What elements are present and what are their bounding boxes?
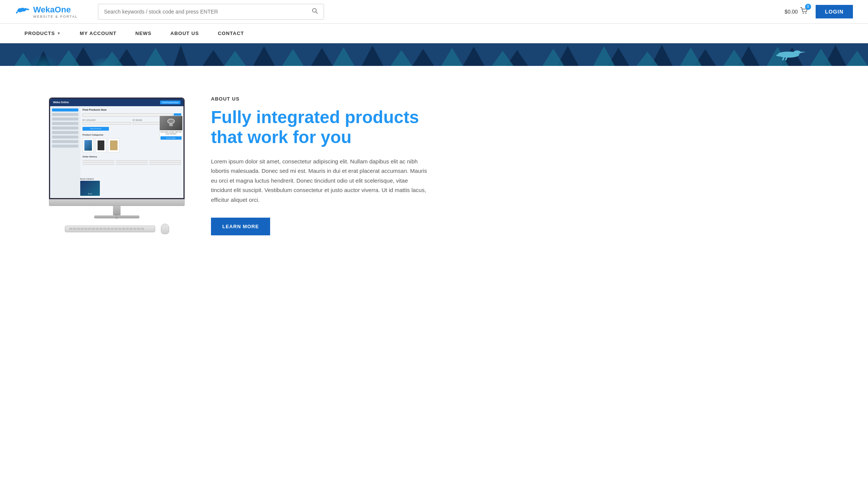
nav-item-contact[interactable]: CONTACT — [208, 24, 254, 43]
svg-marker-7 — [36, 51, 50, 66]
chevron-down-icon: ▼ — [57, 31, 61, 35]
svg-marker-26 — [58, 50, 80, 66]
svg-point-3 — [802, 12, 804, 14]
screen-sidebar-item — [52, 113, 78, 116]
monitor-screen: Weka Online Find Products Now — [49, 98, 185, 199]
svg-marker-12 — [253, 46, 275, 66]
monitor-mockup: Weka Online Find Products Now — [45, 98, 188, 234]
apple-logo-icon:  — [116, 213, 118, 221]
svg-marker-14 — [362, 46, 384, 66]
svg-line-47 — [782, 57, 784, 60]
svg-marker-20 — [651, 45, 673, 66]
svg-marker-18 — [557, 46, 579, 66]
svg-marker-21 — [694, 49, 716, 66]
search-input[interactable] — [98, 5, 306, 18]
cart-price: $0.00 — [785, 9, 798, 15]
svg-marker-29 — [224, 51, 246, 66]
learn-more-button[interactable]: LEARN MORE — [211, 218, 270, 235]
screen-sidebar — [50, 106, 80, 198]
keyboard — [65, 226, 155, 232]
logo-area[interactable]: WekaOne WEBSITE & PORTAL — [15, 4, 90, 20]
header-right: $0.00 0 LOGIN — [785, 5, 853, 18]
svg-marker-13 — [311, 48, 333, 66]
svg-point-4 — [805, 12, 806, 14]
nav-item-myaccount[interactable]: MY ACCOUNT — [70, 24, 126, 43]
svg-marker-16 — [463, 47, 485, 66]
svg-marker-24 — [825, 45, 847, 66]
svg-point-50 — [168, 119, 174, 123]
screen-sidebar-item — [52, 108, 78, 111]
svg-marker-10 — [174, 45, 188, 66]
svg-marker-34 — [492, 51, 514, 66]
svg-marker-27 — [101, 52, 123, 66]
svg-marker-40 — [767, 47, 789, 66]
screen-sidebar-item — [52, 117, 78, 120]
svg-marker-35 — [542, 49, 564, 66]
main-heading: Fully integrated products that work for … — [211, 107, 429, 147]
svg-marker-17 — [506, 50, 528, 66]
monitor-chin — [49, 199, 185, 206]
logo-bird-icon — [15, 4, 30, 20]
logo-brand: WekaOne — [33, 5, 78, 15]
svg-marker-15 — [412, 49, 434, 66]
content-section: ABOUT US Fully integrated products that … — [211, 96, 429, 235]
nav-item-aboutus[interactable]: ABOUT US — [161, 24, 208, 43]
svg-marker-31 — [333, 47, 355, 66]
svg-marker-45 — [800, 52, 806, 53]
svg-point-44 — [793, 50, 801, 54]
search-button[interactable] — [306, 4, 324, 19]
svg-marker-19 — [608, 48, 630, 66]
svg-line-48 — [785, 57, 787, 60]
svg-marker-41 — [810, 49, 832, 66]
svg-line-2 — [316, 12, 318, 14]
mouse — [161, 224, 169, 234]
svg-marker-8 — [72, 47, 94, 66]
svg-marker-42 — [846, 51, 868, 66]
svg-rect-5 — [0, 43, 868, 66]
svg-marker-32 — [391, 50, 413, 66]
login-button[interactable]: LOGIN — [816, 5, 853, 18]
svg-marker-25 — [14, 53, 32, 66]
screen-sidebar-item — [52, 127, 78, 130]
nav-item-news[interactable]: NEWS — [126, 24, 161, 43]
cart-badge: 0 — [805, 4, 811, 10]
body-text: Lorem ipsum dolor sit amet, consectetur … — [211, 157, 429, 205]
logo-tagline: WEBSITE & PORTAL — [33, 15, 78, 18]
screen-sidebar-item — [52, 145, 78, 148]
main-nav: PRODUCTS ▼ MY ACCOUNT NEWS ABOUT US CONT… — [0, 24, 868, 43]
svg-marker-30 — [282, 49, 304, 66]
svg-marker-9 — [116, 49, 138, 66]
screen-sidebar-item — [52, 122, 78, 125]
screen-sidebar-item — [52, 136, 78, 139]
svg-marker-28 — [145, 48, 167, 66]
site-header: WekaOne WEBSITE & PORTAL $0.00 — [0, 0, 868, 24]
main-content: Weka Online Find Products Now — [0, 66, 868, 265]
svg-rect-6 — [0, 43, 868, 66]
svg-marker-22 — [738, 46, 760, 66]
screen-logo: Weka Online — [53, 101, 69, 104]
hero-banner — [0, 43, 868, 66]
svg-rect-51 — [169, 124, 173, 126]
section-label: ABOUT US — [211, 96, 429, 102]
svg-marker-33 — [441, 48, 463, 66]
svg-point-46 — [776, 54, 783, 56]
nav-item-products[interactable]: PRODUCTS ▼ — [15, 24, 70, 43]
svg-point-43 — [778, 52, 799, 58]
svg-point-0 — [25, 8, 26, 9]
svg-marker-38 — [680, 47, 702, 66]
screen-sidebar-item — [52, 140, 78, 143]
svg-marker-36 — [593, 46, 615, 66]
keyboard-area — [65, 224, 169, 234]
svg-point-1 — [313, 9, 316, 12]
svg-marker-23 — [781, 47, 803, 66]
screen-sidebar-item — [52, 131, 78, 134]
logo-text: WekaOne WEBSITE & PORTAL — [33, 5, 78, 18]
svg-marker-37 — [637, 52, 659, 66]
search-bar[interactable] — [98, 4, 324, 20]
cart-area[interactable]: $0.00 0 — [785, 7, 808, 17]
svg-marker-11 — [203, 50, 225, 66]
svg-marker-39 — [723, 50, 745, 66]
screen-topbar-button: Find Products Now — [160, 101, 180, 104]
